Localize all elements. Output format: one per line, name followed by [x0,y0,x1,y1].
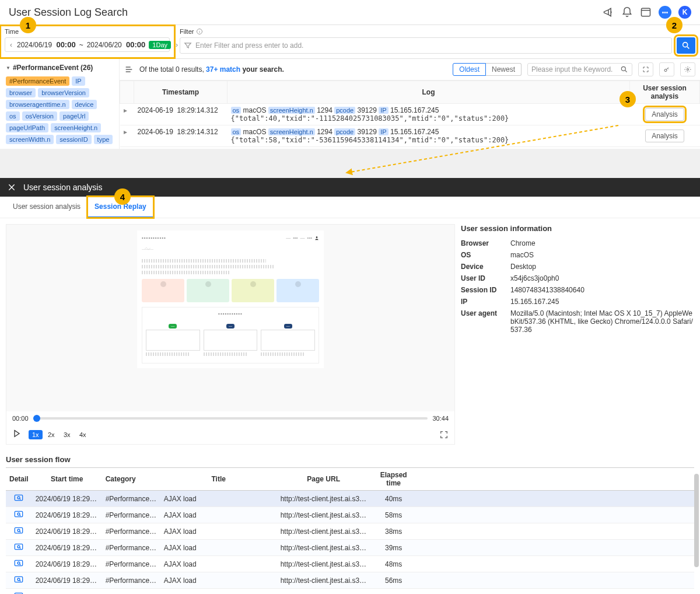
detail-icon[interactable] [14,543,23,551]
funnel-icon [184,41,192,50]
divider-gap [0,149,700,178]
arrow-annotation [0,114,700,143]
svg-rect-11 [15,511,23,516]
svg-point-7 [316,236,318,238]
bell-icon[interactable] [621,6,633,18]
time-range-input[interactable]: ‹ 2024/06/19 00:00 ~ 2024/06/20 00:00 1D… [5,37,170,52]
result-summary: Of the total 0 results, 37+ match your s… [139,65,447,74]
detail-icon[interactable] [14,494,23,502]
player-timeline[interactable]: 00:00 30:44 [6,411,454,425]
info-row: User agentMozilla/5.0 (Macintosh; Intel … [461,308,694,336]
speed-2x[interactable]: 2x [44,430,58,439]
speed-1x[interactable]: 1x [29,430,43,439]
keyword-input[interactable]: Please input the Keyword. [527,63,632,76]
speed-3x[interactable]: 3x [60,430,74,439]
info-icon[interactable] [196,28,203,35]
megaphone-icon[interactable] [603,6,614,18]
info-row: IP15.165.167.245 [461,296,694,308]
tag-device[interactable]: device [72,100,97,109]
flow-row[interactable]: 2024/06/19 18:29:08#PerformanceEventAJAX… [6,540,694,556]
info-row: BrowserChrome [461,237,694,249]
search-button[interactable] [677,37,695,54]
player-controls: 1x 2x 3x 4x [6,425,454,444]
sidebar-title[interactable]: #PerformanceEvent (26) [6,64,113,72]
svg-line-6 [350,125,618,172]
svg-point-3 [621,67,625,71]
filter-placeholder: Enter Filter and press enter to add. [195,41,303,50]
svg-rect-0 [642,8,650,16]
newest-button[interactable]: Newest [486,63,522,76]
svg-rect-19 [15,576,23,582]
play-button[interactable] [12,429,24,441]
filter-box: 2 Filter Enter Filter and press enter to… [175,25,700,58]
flow-row[interactable]: 2024/06/19 18:29:08#PerformanceEventAJAX… [6,507,694,523]
oldest-button[interactable]: Oldest [453,63,486,76]
tag-browser[interactable]: browser [6,88,36,97]
svg-point-5 [687,69,689,71]
collapse-icon[interactable] [124,65,134,74]
col-timestamp: Timestamp [134,81,228,104]
tag-browserVersion[interactable]: browserVersion [38,88,89,97]
session-info: User session information BrowserChromeOS… [461,224,694,445]
detail-icon[interactable] [14,592,23,594]
detail-icon[interactable] [14,575,23,583]
chevron-left-icon[interactable]: ‹ [9,41,13,49]
fullscreen-icon[interactable] [439,430,449,439]
col-analysis: User session analysis [630,81,700,104]
search-icon [681,41,691,50]
player-viewport[interactable]: ••••••••••• —•••—••• [6,225,454,411]
detail-icon[interactable] [14,559,23,567]
marker-2: 2 [666,17,682,33]
tag-#PerformanceEvent[interactable]: #PerformanceEvent [6,76,69,86]
marker-3: 3 [620,91,636,107]
search-row: 1 Time ‹ 2024/06/19 00:00 ~ 2024/06/20 0… [0,25,700,59]
close-icon[interactable] [7,183,16,192]
svg-rect-13 [15,527,23,533]
info-row: User IDx54j6cs3jo0ph0 [461,272,694,284]
flow-row[interactable]: 2024/06/19 18:29:08#PerformanceEventAJAX… [6,556,694,572]
marker-1: 1 [20,17,36,33]
flow-table: Detail Start time Category Title Page UR… [6,467,694,594]
panel-header: User session analysis [0,178,700,197]
info-row: Session ID14807483413388406​40 [461,284,694,296]
flow-row[interactable]: 2024/06/19 18:29:08#PerformanceEventAJAX… [6,589,694,595]
info-title: User session information [461,224,694,233]
col-log: Log [228,81,630,104]
flow-title: User session flow [6,455,694,464]
time-end: 30:44 [432,415,449,422]
tab-user-session-analysis[interactable]: User session analysis [6,197,88,218]
info-row: DeviceDesktop [461,261,694,272]
replay-row: ••••••••••• —•••—••• [0,218,700,450]
panel-icon[interactable] [640,6,652,18]
session-player: ••••••••••• —•••—••• [6,224,455,445]
content-toolbar: Of the total 0 results, 37+ match your s… [120,59,700,81]
detail-icon[interactable] [14,526,23,534]
svg-rect-9 [15,495,23,500]
tabs: User session analysis Session Replay 4 [0,197,700,218]
timeline-thumb[interactable] [33,415,40,422]
filter-label: Filter [180,28,695,35]
detail-icon[interactable] [14,510,23,518]
fullscreen-button[interactable] [638,62,653,76]
key-button[interactable] [659,62,674,76]
svg-rect-17 [15,560,23,565]
info-row: OSmacOS [461,249,694,261]
svg-point-2 [683,43,688,47]
user-avatar[interactable]: K [678,6,691,19]
svg-point-4 [664,69,667,72]
speed-4x[interactable]: 4x [76,430,90,439]
range-badge: 1Day [149,41,171,49]
panel-title: User session analysis [23,183,102,192]
tag-browseragenttime.n[interactable]: browseragenttime.n [6,100,69,109]
flow-row[interactable]: 2024/06/19 18:29:08#PerformanceEventAJAX… [6,572,694,589]
flow-row[interactable]: 2024/06/19 18:29:08#PerformanceEventAJAX… [6,491,694,507]
flow-section: User session flow Detail Start time Cate… [0,450,700,594]
tag-IP[interactable]: IP [72,76,85,86]
gear-button[interactable] [680,62,695,76]
chat-icon[interactable]: ••• [659,6,671,19]
scrollbar[interactable] [694,474,699,567]
filter-input[interactable]: Enter Filter and press enter to add. [180,37,672,54]
time-start: 00:00 [12,415,29,422]
svg-rect-15 [15,544,23,549]
flow-row[interactable]: 2024/06/19 18:29:08#PerformanceEventAJAX… [6,523,694,540]
